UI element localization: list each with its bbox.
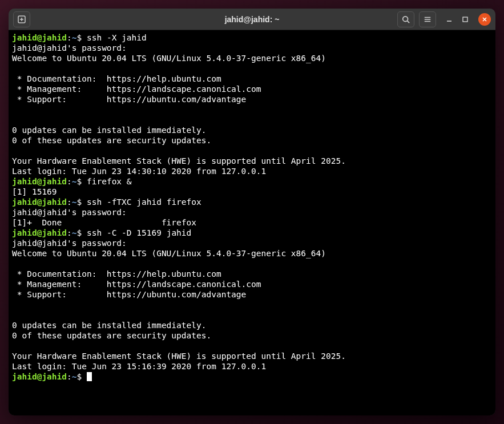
terminal-line: Welcome to Ubuntu 20.04 LTS (GNU/Linux 5… [12, 248, 492, 259]
titlebar: jahid@jahid: ~ [9, 9, 495, 30]
terminal-line [12, 300, 492, 310]
terminal-line [12, 310, 492, 320]
terminal-line: * Support: https://ubuntu.com/advantage [12, 289, 492, 300]
maximize-icon [462, 17, 468, 22]
svg-point-3 [403, 16, 408, 21]
terminal-line: Your Hardware Enablement Stack (HWE) is … [12, 351, 492, 361]
terminal-line: Last login: Tue Jun 23 15:16:39 2020 fro… [12, 361, 492, 371]
terminal-line: 0 updates can be installed immediately. [12, 125, 492, 135]
search-icon [402, 15, 410, 23]
terminal-line [12, 115, 492, 125]
terminal-line: [1] 15169 [12, 187, 492, 197]
menu-button[interactable] [419, 11, 436, 27]
terminal-line: 0 updates can be installed immediately. [12, 320, 492, 330]
terminal-line: * Management: https://landscape.canonica… [12, 279, 492, 289]
terminal-line: * Support: https://ubuntu.com/advantage [12, 94, 492, 104]
terminal-line: * Management: https://landscape.canonica… [12, 84, 492, 94]
terminal-line [12, 341, 492, 351]
new-tab-button[interactable] [13, 11, 30, 27]
close-button[interactable] [478, 13, 491, 26]
terminal-line: Welcome to Ubuntu 20.04 LTS (GNU/Linux 5… [12, 53, 492, 63]
window-title: jahid@jahid: ~ [225, 15, 280, 24]
close-icon [482, 17, 487, 22]
svg-rect-9 [463, 17, 467, 22]
terminal-line: jahid@jahid:~$ ssh -C -D 15169 jahid [12, 228, 492, 238]
terminal-line: jahid@jahid's password: [12, 207, 492, 217]
terminal-body[interactable]: jahid@jahid:~$ ssh -X jahidjahid@jahid's… [9, 30, 495, 415]
terminal-line: jahid@jahid's password: [12, 238, 492, 248]
terminal-line: 0 of these updates are security updates. [12, 135, 492, 146]
terminal-line: 0 of these updates are security updates. [12, 330, 492, 341]
terminal-line [12, 146, 492, 156]
terminal-line: jahid@jahid:~$ [12, 371, 492, 382]
window-controls [446, 13, 491, 26]
terminal-line: * Documentation: https://help.ubuntu.com [12, 269, 492, 279]
minimize-icon [446, 17, 452, 22]
terminal-line: Your Hardware Enablement Stack (HWE) is … [12, 156, 492, 166]
hamburger-icon [424, 15, 432, 23]
terminal-line: jahid@jahid's password: [12, 43, 492, 53]
search-button[interactable] [397, 11, 414, 27]
terminal-line [12, 259, 492, 269]
terminal-line: jahid@jahid:~$ ssh -fTXC jahid firefox [12, 197, 492, 207]
titlebar-right [397, 11, 491, 27]
new-tab-icon [17, 15, 26, 24]
terminal-line: * Documentation: https://help.ubuntu.com [12, 74, 492, 84]
terminal-line [12, 104, 492, 115]
terminal-line: jahid@jahid:~$ firefox & [12, 176, 492, 187]
terminal-cursor [87, 372, 92, 381]
svg-line-4 [408, 21, 410, 23]
titlebar-left [13, 11, 30, 27]
terminal-line: Last login: Tue Jun 23 14:30:10 2020 fro… [12, 166, 492, 176]
maximize-button[interactable] [462, 17, 468, 22]
terminal-line: [1]+ Done firefox [12, 217, 492, 228]
terminal-line [12, 63, 492, 74]
terminal-window: jahid@jahid: ~ [9, 9, 495, 415]
minimize-button[interactable] [446, 17, 452, 22]
terminal-line: jahid@jahid:~$ ssh -X jahid [12, 33, 492, 43]
